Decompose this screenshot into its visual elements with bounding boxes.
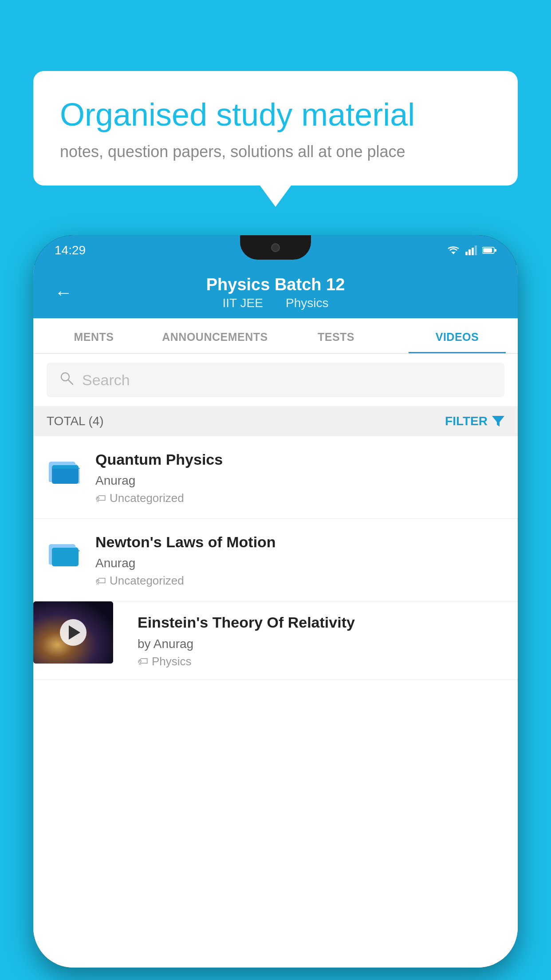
header-subtitle: IIT JEE Physics [206, 296, 345, 310]
bubble-title: Organised study material [60, 95, 491, 134]
header-subject: Physics [286, 296, 328, 310]
camera [271, 243, 280, 252]
phone-screen: ← Physics Batch 12 IIT JEE Physics MENTS… [33, 265, 518, 968]
video-list: Quantum Physics Anurag 🏷 Uncategorized [33, 436, 518, 968]
play-button[interactable] [60, 619, 87, 646]
svg-rect-3 [472, 248, 474, 255]
phone-frame: 14:29 [33, 235, 518, 968]
video-author: by Anurag [138, 637, 509, 651]
video-author: Anurag [95, 556, 504, 570]
header-title: Physics Batch 12 [206, 275, 345, 294]
status-bar: 14:29 [33, 235, 518, 265]
svg-rect-7 [483, 248, 492, 253]
folder-icon [47, 534, 82, 570]
svg-rect-1 [465, 252, 468, 255]
header-content: Physics Batch 12 IIT JEE Physics [206, 275, 345, 310]
header-category: IIT JEE [223, 296, 263, 310]
video-thumbnail [33, 601, 113, 664]
filter-icon [492, 416, 504, 427]
tab-tests[interactable]: TESTS [276, 318, 397, 353]
folder-icon [47, 452, 82, 487]
tag-label: Uncategorized [110, 574, 184, 588]
tab-announcements[interactable]: ANNOUNCEMENTS [154, 318, 276, 353]
phone-notch [240, 235, 311, 260]
video-tag: 🏷 Uncategorized [95, 491, 504, 505]
list-item[interactable]: Einstein's Theory Of Relativity by Anura… [33, 601, 518, 680]
video-info: Quantum Physics Anurag 🏷 Uncategorized [95, 450, 504, 505]
status-time: 14:29 [55, 243, 86, 257]
video-title: Einstein's Theory Of Relativity [138, 612, 509, 632]
battery-icon [482, 246, 496, 254]
bubble-subtitle: notes, question papers, solutions all at… [60, 142, 491, 161]
status-icons [447, 245, 496, 255]
tab-videos[interactable]: VIDEOS [397, 318, 518, 353]
video-title: Newton's Laws of Motion [95, 532, 504, 552]
list-item[interactable]: Quantum Physics Anurag 🏷 Uncategorized [33, 436, 518, 519]
filter-bar: TOTAL (4) FILTER [33, 406, 518, 436]
app-header: ← Physics Batch 12 IIT JEE Physics [33, 265, 518, 318]
filter-button[interactable]: FILTER [445, 414, 504, 428]
video-tag: 🏷 Physics [138, 655, 509, 668]
wifi-icon [447, 245, 460, 255]
video-title: Quantum Physics [95, 450, 504, 469]
svg-rect-6 [495, 249, 496, 252]
back-button[interactable]: ← [55, 283, 72, 303]
signal-icon [465, 245, 477, 255]
tag-icon: 🏷 [138, 655, 148, 668]
video-info: Einstein's Theory Of Relativity by Anura… [126, 601, 518, 679]
svg-marker-0 [451, 252, 456, 254]
speech-bubble-section: Organised study material notes, question… [33, 71, 518, 186]
video-author: Anurag [95, 474, 504, 488]
svg-line-9 [68, 380, 73, 384]
search-bar[interactable]: Search [47, 363, 504, 397]
total-count: TOTAL (4) [47, 414, 104, 428]
search-icon [59, 371, 74, 389]
filter-label: FILTER [445, 414, 488, 428]
tag-label: Uncategorized [110, 491, 184, 505]
svg-marker-10 [492, 416, 504, 427]
tag-icon: 🏷 [95, 492, 106, 505]
tabs-container: MENTS ANNOUNCEMENTS TESTS VIDEOS [33, 318, 518, 354]
tag-icon: 🏷 [95, 575, 106, 587]
search-placeholder: Search [82, 371, 130, 389]
play-triangle-icon [69, 625, 80, 640]
tag-label: Physics [152, 655, 192, 668]
video-tag: 🏷 Uncategorized [95, 574, 504, 588]
search-section: Search [33, 354, 518, 406]
video-info: Newton's Laws of Motion Anurag 🏷 Uncateg… [95, 532, 504, 588]
list-item[interactable]: Newton's Laws of Motion Anurag 🏷 Uncateg… [33, 519, 518, 601]
tab-documents[interactable]: MENTS [33, 318, 154, 353]
svg-rect-4 [475, 245, 477, 255]
speech-bubble: Organised study material notes, question… [33, 71, 518, 186]
svg-rect-2 [468, 249, 471, 255]
